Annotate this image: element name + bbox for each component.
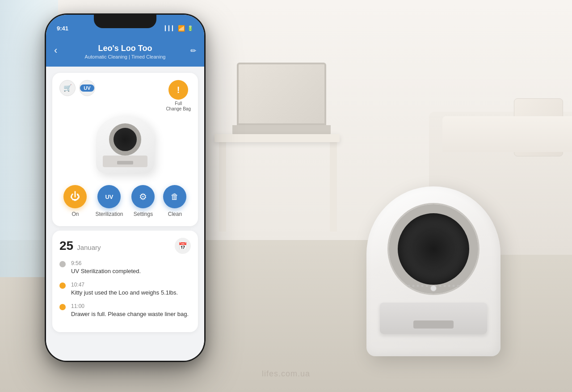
sterilization-icon-circle[interactable]: UV: [97, 185, 121, 208]
edit-button[interactable]: ✏: [190, 46, 196, 55]
clean-label: Clean: [168, 211, 182, 217]
mini-device-slot: [117, 161, 133, 164]
litter-box-device: [362, 169, 505, 356]
back-button[interactable]: ‹: [54, 45, 57, 56]
settings-button[interactable]: ⚙ Settings: [131, 185, 155, 217]
app-content: 🛒 UV ! FullChange Bag: [46, 67, 204, 361]
on-icon: ⏻: [70, 191, 80, 202]
vent-dot: [453, 285, 455, 287]
sofa-cushion: [442, 116, 572, 152]
shop-icon-button[interactable]: 🛒: [59, 80, 76, 96]
calendar-button[interactable]: 📅: [175, 238, 191, 254]
phone: 9:41 ▎▎▎ 📶 🔋 ‹ Leo's Loo Too Automatic C…: [45, 13, 206, 362]
on-label: On: [72, 211, 79, 217]
vent-dot: [426, 285, 428, 287]
settings-label: Settings: [134, 211, 153, 217]
calendar-icon: 📅: [178, 242, 187, 250]
desk-leg-right: [330, 142, 337, 232]
device-icons-left: 🛒 UV: [59, 80, 95, 96]
activity-item: 9:56 UV Sterilization completed.: [59, 260, 191, 275]
vent-dot: [457, 285, 459, 287]
activity-text-2: Kitty just used the Loo and weighs 5.1lb…: [71, 289, 178, 297]
battery-icon: 🔋: [187, 25, 193, 31]
activity-log-card: 25 January 📅 9:56 UV Sterilization compl…: [52, 231, 198, 332]
settings-icon: ⚙: [139, 191, 147, 202]
device-led: [430, 285, 437, 291]
vent-dot: [408, 285, 410, 287]
device-tray: [380, 303, 487, 334]
activity-date: 25 January: [59, 239, 101, 253]
watermark: lifes.com.ua: [262, 369, 310, 379]
activity-time-3: 11:00: [71, 303, 189, 309]
activity-time-1: 9:56: [71, 260, 141, 266]
alert-label: FullChange Bag: [166, 101, 191, 112]
phone-inner: 9:41 ▎▎▎ 📶 🔋 ‹ Leo's Loo Too Automatic C…: [46, 15, 204, 361]
uv-badge: UV: [80, 84, 94, 92]
full-change-bag-alert[interactable]: ! FullChange Bag: [166, 80, 191, 112]
vent-dot: [448, 285, 450, 287]
signal-icon: ▎▎▎: [165, 25, 176, 31]
mini-device-body: [96, 115, 154, 173]
phone-notch: [94, 15, 156, 28]
activity-content-2: 10:47 Kitty just used the Loo and weighs…: [71, 282, 178, 297]
activity-item: 11:00 Drawer is full. Please change wast…: [59, 303, 191, 318]
clean-icon-circle[interactable]: 🗑: [163, 185, 186, 208]
desk: [214, 134, 340, 142]
activity-dot-2: [59, 282, 66, 289]
settings-icon-circle[interactable]: ⚙: [131, 185, 155, 208]
vent-dot: [444, 285, 446, 287]
on-icon-circle[interactable]: ⏻: [63, 185, 87, 208]
activity-content-3: 11:00 Drawer is full. Please change wast…: [71, 303, 189, 318]
activity-text-1: UV Sterilization completed.: [71, 267, 141, 275]
vent-dot: [412, 285, 415, 287]
clean-button[interactable]: 🗑 Clean: [163, 185, 186, 217]
activity-dot-1: [59, 261, 66, 267]
clean-icon: 🗑: [171, 192, 179, 202]
on-button[interactable]: ⏻ On: [63, 185, 87, 217]
vent-dot: [417, 285, 419, 287]
alert-icon-button[interactable]: !: [168, 80, 188, 100]
vent-dot: [439, 285, 442, 287]
activity-month: January: [77, 244, 101, 251]
device-opening: [389, 204, 478, 294]
activity-text-3: Drawer is full. Please change waste line…: [71, 310, 189, 318]
device-controls-top: 🛒 UV ! FullChange Bag: [59, 80, 191, 112]
wifi-icon: 📶: [178, 25, 185, 32]
app-header: ‹ Leo's Loo Too Automatic Cleaning | Tim…: [46, 34, 204, 67]
phone-outer: 9:41 ▎▎▎ 📶 🔋 ‹ Leo's Loo Too Automatic C…: [45, 13, 206, 362]
laptop-base: [232, 125, 331, 135]
device-tray-slot: [413, 320, 454, 329]
device-name-title: Leo's Loo Too: [98, 44, 152, 53]
shop-icon: 🛒: [63, 84, 72, 92]
activity-time-2: 10:47: [71, 282, 178, 288]
activity-dot-3: [59, 304, 66, 310]
activity-item: 10:47 Kitty just used the Loo and weighs…: [59, 282, 191, 297]
device-preview-card: 🛒 UV ! FullChange Bag: [52, 73, 198, 226]
status-icons: ▎▎▎ 📶 🔋: [165, 25, 193, 32]
laptop-screen: [237, 63, 326, 125]
activity-content-1: 9:56 UV Sterilization completed.: [71, 260, 141, 275]
device-mini-image: [89, 115, 161, 178]
alert-icon: !: [177, 85, 180, 95]
mini-device-opening: [109, 123, 141, 156]
uv-sterilization-icon: UV: [105, 194, 113, 200]
uv-badge-button[interactable]: UV: [79, 80, 95, 96]
vent-dot: [421, 285, 424, 287]
device-mode-subtitle: Automatic Cleaning | Timed Cleaning: [85, 54, 166, 59]
desk-leg-left: [219, 142, 226, 232]
activity-header: 25 January 📅: [59, 238, 191, 254]
sterilization-button[interactable]: UV Sterilization: [95, 185, 123, 217]
device-body: [366, 186, 500, 356]
sterilization-label: Sterilization: [95, 211, 123, 217]
activity-day: 25: [59, 239, 73, 253]
action-buttons-row: ⏻ On UV Sterilization ⚙: [59, 181, 191, 219]
